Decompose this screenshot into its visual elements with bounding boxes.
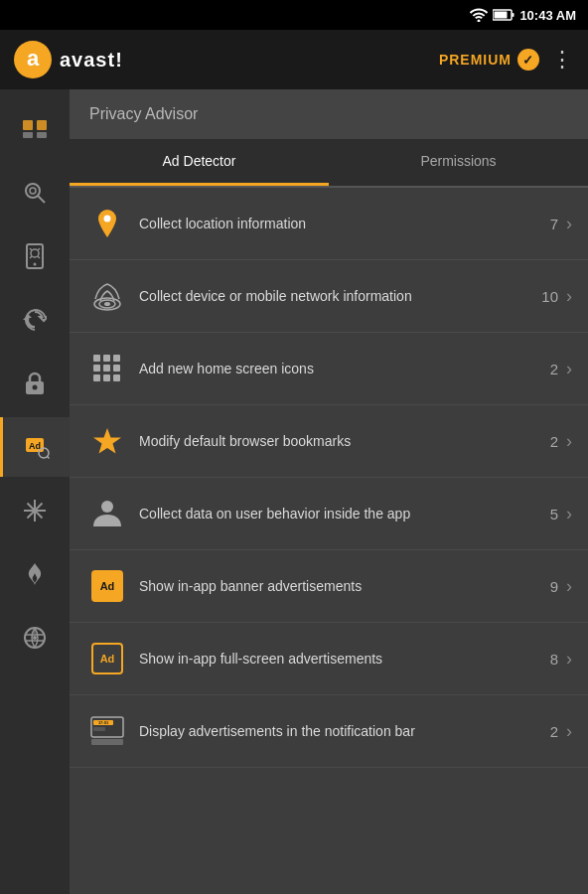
svg-point-35 <box>104 216 111 223</box>
permission-count-network: 10 <box>541 288 558 305</box>
svg-rect-39 <box>93 355 100 362</box>
svg-rect-1 <box>495 12 508 19</box>
sidebar: Ad <box>0 89 70 894</box>
permission-item-location[interactable]: Collect location information 7 › <box>70 188 588 260</box>
permission-count-homescreen: 2 <box>550 361 558 377</box>
status-bar: 10:43 AM <box>0 0 588 30</box>
chevron-icon-fullscreen: › <box>566 649 572 670</box>
mobile-scan-icon <box>24 243 46 269</box>
notification-bar-icon: 17:01 <box>85 709 129 753</box>
permission-item-homescreen[interactable]: Add new home screen icons 2 › <box>70 333 588 405</box>
svg-point-9 <box>26 184 40 198</box>
permission-count-behavior: 5 <box>550 506 558 522</box>
star-icon <box>85 419 129 463</box>
page-header: Privacy Advisor <box>70 89 588 139</box>
content-area: Privacy Advisor Ad Detector Permissions <box>70 89 588 894</box>
sidebar-item-fire[interactable] <box>0 544 70 604</box>
svg-rect-42 <box>93 365 100 372</box>
svg-point-20 <box>33 385 38 390</box>
sidebar-item-snowflake[interactable] <box>0 481 70 540</box>
tab-permissions[interactable]: Permissions <box>329 139 588 186</box>
svg-point-29 <box>33 509 38 514</box>
tab-ad-detector[interactable]: Ad Detector <box>70 139 329 186</box>
sidebar-item-mobile[interactable] <box>0 226 70 286</box>
svg-rect-46 <box>103 374 110 381</box>
svg-text:i: i <box>34 628 36 635</box>
svg-marker-48 <box>93 428 121 454</box>
permission-item-notification[interactable]: 17:01 Display advertisements in the noti… <box>70 695 588 768</box>
svg-line-10 <box>38 196 45 203</box>
top-bar-right: PREMIUM ✓ ⋮ <box>439 47 574 73</box>
permission-text-fullscreen: Show in-app full-screen advertisements <box>139 650 550 668</box>
permission-count-fullscreen: 8 <box>550 651 558 668</box>
sidebar-item-ad-detector[interactable]: Ad <box>0 417 70 477</box>
chevron-icon-homescreen: › <box>566 359 572 379</box>
permission-text-location: Collect location information <box>139 215 550 232</box>
svg-rect-47 <box>113 374 120 381</box>
chevron-icon-banner: › <box>566 576 572 597</box>
ad-outline-icon: Ad <box>85 637 129 680</box>
status-icons: 10:43 AM <box>470 8 576 23</box>
location-icon <box>85 202 129 245</box>
sidebar-item-lock[interactable] <box>0 354 70 413</box>
svg-rect-7 <box>23 132 33 138</box>
avast-logo-text: avast! <box>60 49 123 72</box>
fire-icon <box>24 561 46 587</box>
top-bar: a avast! PREMIUM ✓ ⋮ <box>0 30 588 89</box>
svg-point-49 <box>101 501 113 513</box>
grid-icon <box>85 347 129 390</box>
svg-rect-43 <box>103 365 110 372</box>
sidebar-item-globe[interactable]: i <box>0 608 70 668</box>
page-title: Privacy Advisor <box>89 105 198 122</box>
status-time: 10:43 AM <box>519 8 576 23</box>
sidebar-item-refresh[interactable] <box>0 290 70 350</box>
permission-count-banner: 9 <box>550 578 558 595</box>
svg-rect-5 <box>23 120 33 130</box>
chevron-icon-notification: › <box>566 721 572 742</box>
svg-rect-41 <box>113 355 120 362</box>
avast-logo-icon: a <box>14 41 52 78</box>
svg-line-15 <box>30 248 32 250</box>
ad-solid-icon: Ad <box>85 564 129 608</box>
permission-text-bookmarks: Modify default browser bookmarks <box>139 432 550 450</box>
permission-item-behavior[interactable]: Collect data on user behavior inside the… <box>70 478 588 550</box>
permission-item-banner[interactable]: Ad Show in-app banner advertisements 9 › <box>70 550 588 623</box>
permission-item-network[interactable]: Collect device or mobile network informa… <box>70 260 588 333</box>
permission-item-bookmarks[interactable]: Modify default browser bookmarks 2 › <box>70 405 588 478</box>
svg-rect-8 <box>37 132 47 138</box>
svg-rect-54 <box>91 739 123 745</box>
permission-item-fullscreen[interactable]: Ad Show in-app full-screen advertisement… <box>70 623 588 695</box>
svg-point-38 <box>104 302 110 306</box>
sidebar-item-search[interactable] <box>0 163 70 223</box>
refresh-icon <box>23 308 47 332</box>
ad-detector-icon: Ad <box>24 434 50 460</box>
chevron-icon-bookmarks: › <box>566 431 572 452</box>
permission-list: Collect location information 7 › Collect… <box>70 188 588 894</box>
wifi-icon <box>470 8 488 22</box>
bars-icon <box>21 118 49 140</box>
sidebar-item-dashboard[interactable] <box>0 99 70 159</box>
permission-text-behavior: Collect data on user behavior inside the… <box>139 505 550 522</box>
svg-rect-6 <box>37 120 47 130</box>
permission-count-bookmarks: 2 <box>550 433 558 450</box>
svg-line-16 <box>38 248 40 250</box>
permission-text-network: Collect device or mobile network informa… <box>139 287 541 305</box>
chevron-icon-location: › <box>566 214 572 234</box>
network-icon <box>85 274 129 318</box>
svg-point-11 <box>30 188 36 194</box>
svg-rect-44 <box>113 365 120 372</box>
avast-logo: a avast! <box>14 41 123 78</box>
permission-text-banner: Show in-app banner advertisements <box>139 577 550 595</box>
svg-text:a: a <box>27 46 40 71</box>
permission-count-notification: 2 <box>550 723 558 740</box>
svg-point-33 <box>33 636 37 640</box>
tabs: Ad Detector Permissions <box>70 139 588 188</box>
svg-rect-40 <box>103 355 110 362</box>
more-options-button[interactable]: ⋮ <box>551 47 574 73</box>
chevron-icon-network: › <box>566 286 572 307</box>
premium-check-icon: ✓ <box>517 49 539 71</box>
svg-line-24 <box>47 457 49 459</box>
svg-text:17:01: 17:01 <box>98 720 109 725</box>
permission-count-location: 7 <box>550 216 558 232</box>
chevron-icon-behavior: › <box>566 504 572 524</box>
